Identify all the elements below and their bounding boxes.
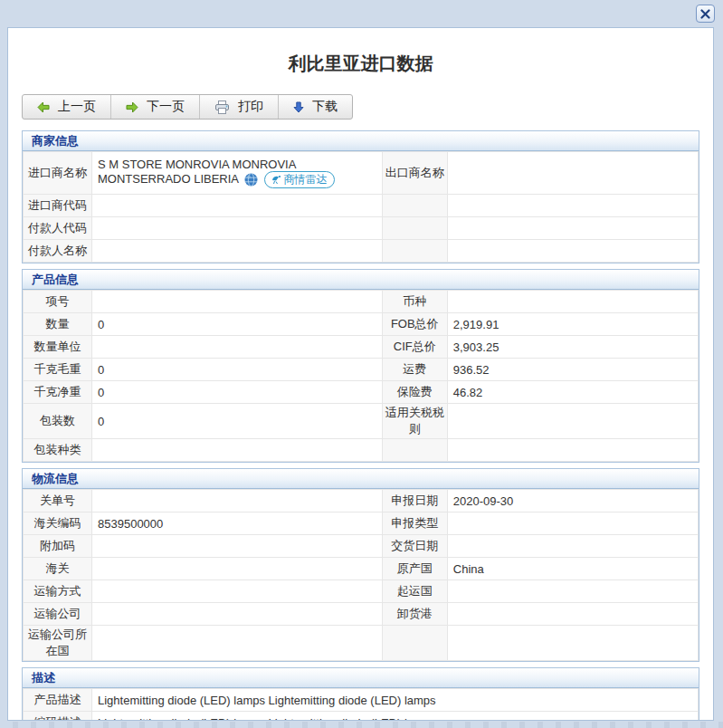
transport-company-country-label: 运输公司所在国 (24, 626, 92, 661)
empty-value-cell (447, 195, 698, 217)
declare-date-label: 申报日期 (382, 490, 447, 512)
prev-page-label: 上一页 (58, 99, 96, 115)
merchant-table: 进口商名称 S M STORE MONROVIA MONROVIA MONTSE… (23, 151, 699, 263)
printer-icon (214, 101, 230, 114)
tariff-rule-label: 适用关税税则 (382, 404, 447, 439)
departure-country-value (447, 580, 698, 603)
payer-code-label: 付款人代码 (24, 217, 92, 240)
background-bottom-strip (0, 722, 723, 728)
origin-country-label: 原产国 (382, 558, 447, 580)
table-row: 付款人名称 (24, 240, 699, 263)
insurance-value: 46.82 (447, 381, 698, 404)
extra-code-label: 附加码 (24, 535, 92, 558)
section-logistics-header: 物流信息 (23, 469, 699, 489)
insurance-label: 保险费 (382, 381, 447, 404)
logistics-table: 关单号 申报日期 2020-09-30 海关编码 8539500000 申报类型… (23, 489, 699, 661)
cif-total-label: CIF总价 (382, 336, 447, 359)
exporter-name-label: 出口商名称 (382, 152, 447, 195)
table-row: 关单号 申报日期 2020-09-30 (24, 490, 699, 512)
next-page-button[interactable]: 下一页 (110, 95, 199, 119)
transport-mode-label: 运输方式 (24, 580, 92, 603)
transport-company-value (92, 603, 383, 626)
payer-name-label: 付款人名称 (24, 240, 92, 263)
item-no-value (92, 291, 383, 313)
currency-value (447, 291, 698, 313)
empty-value-cell (447, 439, 698, 462)
exporter-name-value (447, 152, 698, 195)
code-description-label: 编码描述 (24, 712, 92, 722)
empty-label-cell (382, 217, 447, 240)
tariff-rule-value (447, 404, 698, 439)
customs-value (92, 558, 383, 580)
table-row: 进口商代码 (24, 195, 699, 217)
quantity-unit-label: 数量单位 (24, 336, 92, 359)
table-row: 千克净重 0 保险费 46.82 (24, 381, 699, 404)
radar-dish-icon (271, 175, 281, 185)
transport-mode-value (92, 580, 383, 603)
package-count-label: 包装数 (24, 404, 92, 439)
radar-badge[interactable]: 商情雷达 (264, 171, 335, 188)
departure-country-label: 起运国 (382, 580, 447, 603)
green-left-arrow-icon (37, 101, 50, 113)
empty-value-cell (447, 217, 698, 240)
quantity-label: 数量 (24, 313, 92, 336)
empty-label-cell (382, 626, 447, 661)
table-row: 包装数 0 适用关税税则 (24, 404, 699, 439)
section-product-info: 产品信息 项号 币种 数量 0 FOB总价 2,919.91 数量单位 CIF总… (22, 269, 699, 463)
hs-code-label: 海关编码 (24, 512, 92, 535)
table-row: 付款人代码 (24, 217, 699, 240)
hs-code-value: 8539500000 (92, 512, 383, 535)
declare-type-label: 申报类型 (382, 512, 447, 535)
section-product-header: 产品信息 (23, 270, 699, 290)
download-label: 下载 (312, 99, 338, 115)
table-row: 数量单位 CIF总价 3,903.25 (24, 336, 699, 359)
product-table: 项号 币种 数量 0 FOB总价 2,919.91 数量单位 CIF总价 3,9… (23, 290, 699, 462)
discharge-port-value (447, 603, 698, 626)
package-type-label: 包装种类 (24, 439, 92, 462)
section-description-header: 描述 (23, 668, 699, 688)
table-row: 运输方式 起运国 (24, 580, 699, 603)
extra-code-value (92, 535, 383, 558)
table-row: 项号 币种 (24, 291, 699, 313)
fob-total-value: 2,919.91 (447, 313, 698, 336)
dialog-panel: 利比里亚进口数据 上一页 下一页 打印 (7, 27, 714, 721)
globe-icon[interactable] (244, 173, 258, 187)
close-button[interactable] (696, 5, 715, 23)
discharge-port-label: 卸货港 (382, 603, 447, 626)
table-row: 编码描述 Lightemitting diode (LED) lamps Lig… (24, 712, 699, 722)
product-description-label: 产品描述 (24, 689, 92, 712)
table-row: 数量 0 FOB总价 2,919.91 (24, 313, 699, 336)
empty-value-cell (447, 240, 698, 263)
page-title: 利比里亚进口数据 (8, 52, 713, 76)
next-page-label: 下一页 (147, 99, 185, 115)
table-row: 海关 原产国 China (24, 558, 699, 580)
section-logistics-info: 物流信息 关单号 申报日期 2020-09-30 海关编码 8539500000… (22, 468, 699, 662)
blue-down-arrow-icon (293, 101, 304, 113)
net-weight-value: 0 (92, 381, 383, 404)
gross-weight-label: 千克毛重 (24, 359, 92, 381)
item-no-label: 项号 (24, 291, 92, 313)
payer-name-value (92, 240, 383, 263)
currency-label: 币种 (382, 291, 447, 313)
table-row: 海关编码 8539500000 申报类型 (24, 512, 699, 535)
table-row: 附加码 交货日期 (24, 535, 699, 558)
importer-name-value: S M STORE MONROVIA MONROVIA MONTSERRADO … (92, 152, 383, 195)
prev-page-button[interactable]: 上一页 (23, 95, 110, 119)
green-right-arrow-icon (126, 101, 138, 113)
empty-label-cell (382, 195, 447, 217)
net-weight-label: 千克净重 (24, 381, 92, 404)
customs-doc-no-label: 关单号 (24, 490, 92, 512)
toolbar: 上一页 下一页 打印 下载 (22, 94, 353, 120)
importer-code-label: 进口商代码 (24, 195, 92, 217)
print-button[interactable]: 打印 (199, 95, 278, 119)
quantity-value: 0 (92, 313, 383, 336)
delivery-date-label: 交货日期 (382, 535, 447, 558)
table-row: 包装种类 (24, 439, 699, 462)
package-count-value: 0 (92, 404, 383, 439)
section-merchant-header: 商家信息 (23, 131, 699, 151)
download-button[interactable]: 下载 (278, 95, 352, 119)
customs-label: 海关 (24, 558, 92, 580)
package-type-value (92, 439, 383, 462)
close-icon (700, 9, 710, 19)
importer-name-label: 进口商名称 (24, 152, 92, 195)
